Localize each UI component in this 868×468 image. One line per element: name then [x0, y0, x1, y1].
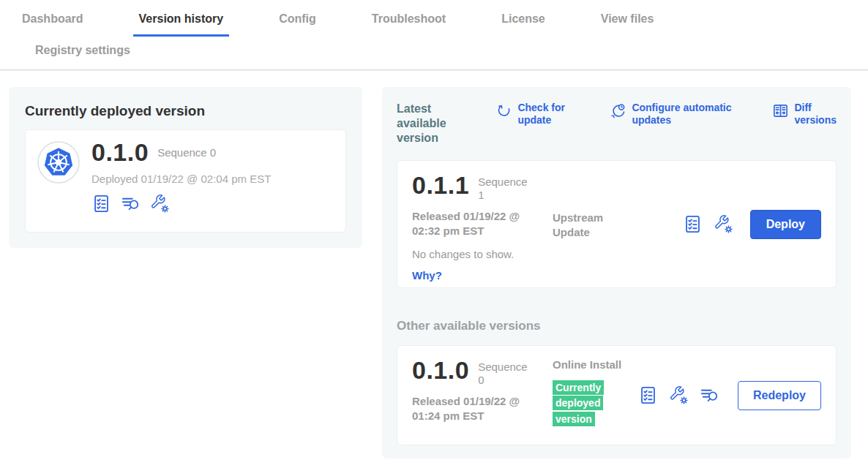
edit-config-icon[interactable] — [150, 194, 170, 214]
nav-row-2: Registry settings — [0, 37, 868, 69]
preflight-checklist-icon[interactable] — [638, 385, 658, 405]
no-changes-text: No changes to show. — [412, 248, 553, 260]
currently-deployed-badge: Currently deployed version — [553, 380, 604, 427]
tab-view-files[interactable]: View files — [595, 0, 660, 37]
current-deployed-timestamp: Deployed 01/19/22 @ 02:04 pm EST — [91, 173, 271, 185]
redeploy-button[interactable]: Redeploy — [738, 381, 821, 410]
configure-automatic-updates-label: Configure automatic updates — [632, 102, 747, 127]
tab-registry-settings[interactable]: Registry settings — [29, 37, 136, 69]
tab-dashboard[interactable]: Dashboard — [16, 0, 89, 37]
tab-config[interactable]: Config — [273, 0, 322, 37]
currently-deployed-badge-wrap: Currently deployed version — [553, 380, 610, 427]
latest-sequence-label: Sequence 1 — [478, 176, 532, 202]
other-available-versions-title: Other available versions — [397, 319, 837, 333]
latest-version-card: 0.1.1 Sequence 1 Released 01/19/22 @ 02:… — [397, 160, 837, 288]
latest-version-number: 0.1.1 — [412, 173, 469, 199]
view-logs-icon[interactable] — [700, 385, 719, 405]
nav-row-1: Dashboard Version history Config Trouble… — [0, 0, 868, 37]
check-for-update-label: Check for update — [517, 102, 585, 127]
check-for-update-link[interactable]: Check for update — [495, 102, 585, 127]
tab-license[interactable]: License — [495, 0, 551, 37]
latest-version-info: 0.1.1 Sequence 1 Released 01/19/22 @ 02:… — [412, 173, 553, 276]
why-link[interactable]: Why? — [412, 269, 442, 282]
other-source-label: Online Install — [553, 358, 633, 372]
diff-versions-link[interactable]: Diff versions — [772, 102, 837, 127]
other-version-info: 0.1.0 Sequence 0 Released 01/19/22 @ 01:… — [412, 358, 553, 433]
tab-troubleshoot[interactable]: Troubleshoot — [366, 0, 452, 37]
available-versions-panel: Latest available version Check for updat… — [382, 87, 851, 458]
latest-version-actions: Deploy — [683, 210, 821, 239]
refresh-arrow-icon — [495, 102, 512, 119]
latest-available-title: Latest available version — [397, 102, 471, 146]
currently-deployed-panel: Currently deployed version 0.1.0 Sequenc… — [9, 87, 362, 248]
latest-available-header: Latest available version Check for updat… — [397, 102, 837, 146]
other-version-number: 0.1.0 — [412, 358, 469, 384]
edit-config-icon[interactable] — [714, 214, 733, 234]
latest-source-label: Upstream Update — [553, 211, 633, 276]
tab-version-history[interactable]: Version history — [133, 0, 230, 37]
currently-deployed-info: 0.1.0 Sequence 0 Deployed 01/19/22 @ 02:… — [91, 140, 271, 222]
other-source-column: Online Install Currently deployed versio… — [553, 358, 633, 433]
current-sequence-label: Sequence 0 — [157, 146, 216, 159]
other-version-card: 0.1.0 Sequence 0 Released 01/19/22 @ 01:… — [397, 345, 837, 445]
edit-config-icon[interactable] — [669, 385, 689, 405]
preflight-checklist-icon[interactable] — [91, 194, 111, 214]
currently-deployed-card: 0.1.0 Sequence 0 Deployed 01/19/22 @ 02:… — [25, 129, 346, 233]
auto-update-schedule-icon — [610, 102, 626, 119]
currently-deployed-title: Currently deployed version — [25, 103, 346, 119]
diff-versions-label: Diff versions — [794, 102, 837, 127]
other-version-actions: Redeploy — [638, 381, 821, 410]
app-nav: Dashboard Version history Config Trouble… — [0, 0, 868, 70]
other-sequence-label: Sequence 0 — [478, 361, 532, 387]
preflight-checklist-icon[interactable] — [683, 214, 703, 234]
main-content: Currently deployed version 0.1.0 Sequenc… — [0, 70, 868, 458]
latest-released-timestamp: Released 01/19/22 @ 02:32 pm EST — [412, 209, 548, 238]
configure-automatic-updates-link[interactable]: Configure automatic updates — [610, 102, 747, 127]
diff-columns-icon — [772, 102, 789, 119]
view-logs-icon[interactable] — [121, 194, 141, 214]
kubernetes-logo-icon — [37, 141, 80, 184]
other-released-timestamp: Released 01/19/22 @ 01:24 pm EST — [412, 394, 548, 423]
deploy-button[interactable]: Deploy — [750, 210, 821, 239]
current-version-number: 0.1.0 — [91, 140, 149, 166]
